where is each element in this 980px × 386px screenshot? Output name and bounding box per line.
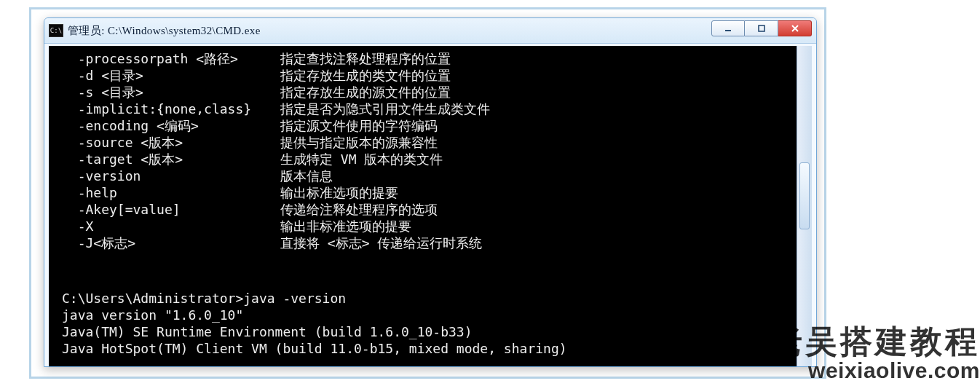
maximize-button[interactable] — [745, 20, 778, 36]
help-desc: 直接将 <标志> 传递给运行时系统 — [280, 235, 482, 251]
help-flag: -s <目录> — [62, 84, 280, 101]
help-line: -d <目录>指定存放生成的类文件的位置 — [62, 67, 784, 84]
terminal-output[interactable]: -processorpath <路径>指定查找注释处理程序的位置 -d <目录>… — [49, 46, 797, 366]
watermark-cn: 老吴搭建教程 — [770, 320, 980, 363]
help-desc: 输出标准选项的提要 — [280, 185, 398, 200]
help-line: -implicit:{none,class}指定是否为隐式引用文件生成类文件 — [62, 101, 784, 117]
help-desc: 传递给注释处理程序的选项 — [280, 202, 438, 217]
help-desc: 输出非标准选项的提要 — [280, 218, 411, 234]
help-line: -Akey[=value]传递给注释处理程序的选项 — [62, 201, 784, 218]
scrollbar[interactable] — [797, 46, 812, 366]
stage: C:\ 管理员: C:\Windows\system32\CMD.exe -pr… — [0, 0, 980, 386]
output-line: Java HotSpot(TM) Client VM (build 11.0-b… — [62, 340, 784, 357]
help-line: -X输出非标准选项的提要 — [62, 218, 784, 235]
help-desc: 版本信息 — [280, 168, 333, 184]
help-flag: -J<标志> — [62, 235, 280, 251]
help-flag: -encoding <编码> — [62, 117, 280, 134]
close-button[interactable] — [778, 20, 812, 36]
help-desc: 指定源文件使用的字符编码 — [280, 118, 438, 133]
blank-line — [62, 251, 784, 268]
svg-rect-0 — [759, 25, 764, 31]
window-controls — [711, 20, 812, 36]
output-line: Java(TM) SE Runtime Environment (build 1… — [62, 323, 784, 340]
maximize-icon — [756, 23, 767, 34]
titlebar[interactable]: C:\ 管理员: C:\Windows\system32\CMD.exe — [44, 18, 816, 44]
help-line: -processorpath <路径>指定查找注释处理程序的位置 — [62, 50, 784, 67]
terminal-client-area: -processorpath <路径>指定查找注释处理程序的位置 -d <目录>… — [49, 46, 812, 366]
help-desc: 生成特定 VM 版本的类文件 — [280, 151, 443, 167]
watermark-en: weixiaolive.com — [808, 358, 980, 383]
help-line: -encoding <编码>指定源文件使用的字符编码 — [62, 117, 784, 134]
help-desc: 提供与指定版本的源兼容性 — [280, 135, 438, 150]
help-line: -J<标志>直接将 <标志> 传递给运行时系统 — [62, 235, 784, 251]
help-desc: 指定查找注释处理程序的位置 — [280, 51, 451, 66]
help-flag: -processorpath <路径> — [62, 50, 280, 67]
help-line: -target <版本>生成特定 VM 版本的类文件 — [62, 151, 784, 168]
window-title: 管理员: C:\Windows\system32\CMD.exe — [68, 24, 261, 38]
output-line: java version "1.6.0_10" — [62, 307, 784, 323]
help-desc: 指定是否为隐式引用文件生成类文件 — [280, 101, 490, 117]
cmd-icon: C:\ — [49, 24, 63, 37]
help-line: -s <目录>指定存放生成的源文件的位置 — [62, 84, 784, 101]
help-flag: -help — [62, 184, 280, 201]
cmd-window: C:\ 管理员: C:\Windows\system32\CMD.exe -pr… — [44, 17, 817, 367]
help-flag: -version — [62, 168, 280, 184]
help-desc: 指定存放生成的类文件的位置 — [280, 68, 451, 83]
help-line: -help输出标准选项的提要 — [62, 184, 784, 201]
help-flag: -X — [62, 218, 280, 235]
help-desc: 指定存放生成的源文件的位置 — [280, 84, 451, 100]
help-flag: -Akey[=value] — [62, 201, 280, 218]
help-line: -version版本信息 — [62, 168, 784, 184]
prompt-line: C:\Users\Administrator>java -version — [62, 290, 784, 307]
help-line: -source <版本>提供与指定版本的源兼容性 — [62, 134, 784, 151]
minimize-icon — [723, 23, 733, 34]
help-flag: -d <目录> — [62, 67, 280, 84]
help-flag: -target <版本> — [62, 151, 280, 168]
scrollbar-thumb[interactable] — [799, 162, 810, 229]
help-flag: -implicit:{none,class} — [62, 101, 280, 117]
help-flag: -source <版本> — [62, 134, 280, 151]
close-icon — [790, 23, 800, 34]
minimize-button[interactable] — [711, 20, 745, 36]
